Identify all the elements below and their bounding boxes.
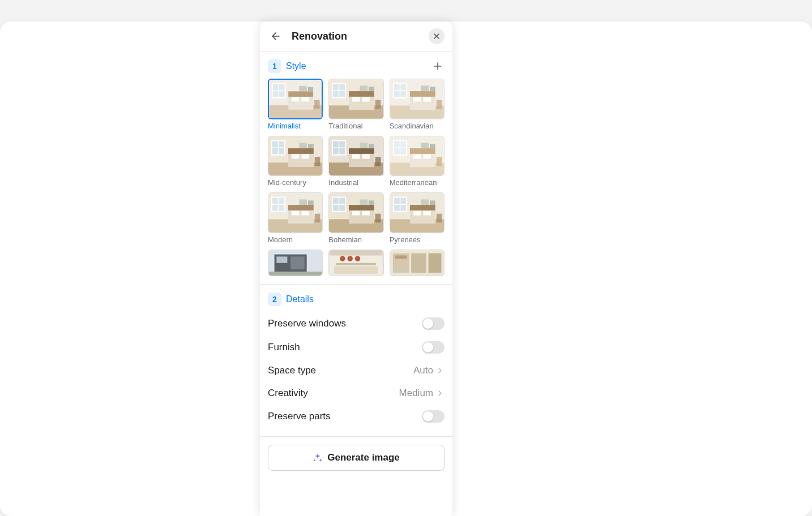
space-type-row[interactable]: Space type Auto [268, 359, 445, 382]
svg-rect-70 [421, 143, 429, 148]
svg-rect-110 [413, 211, 421, 216]
style-label: Modern [268, 235, 323, 244]
svg-rect-74 [413, 154, 421, 158]
preserve-windows-toggle[interactable] [422, 317, 445, 330]
svg-rect-127 [411, 253, 426, 272]
add-style-button[interactable] [431, 59, 445, 73]
svg-point-121 [348, 256, 353, 261]
close-icon [432, 32, 441, 41]
furnish-toggle[interactable] [422, 341, 445, 354]
panel-header: Renovation [260, 22, 452, 51]
style-card-modern[interactable]: Modern [268, 192, 323, 244]
style-thumbnail [328, 136, 383, 177]
creativity-value[interactable]: Medium [399, 388, 445, 399]
svg-rect-129 [395, 255, 407, 259]
creativity-label: Creativity [268, 388, 308, 399]
style-label: Mediterranean [390, 178, 445, 187]
svg-rect-71 [430, 144, 435, 148]
svg-rect-112 [436, 214, 442, 223]
generate-image-label: Generate image [327, 452, 400, 463]
svg-rect-95 [369, 200, 374, 205]
style-card-scandinavian[interactable]: Scandinavian [390, 79, 445, 130]
generate-image-button[interactable]: Generate image [268, 445, 445, 471]
style-label: Traditional [328, 122, 383, 130]
style-section: 1 Style Minimalist [260, 51, 452, 285]
svg-rect-97 [349, 205, 374, 210]
svg-rect-86 [292, 211, 300, 216]
style-label: Pyrenees [390, 235, 445, 244]
svg-rect-128 [428, 253, 441, 272]
svg-rect-87 [301, 211, 309, 216]
svg-rect-106 [421, 199, 429, 205]
svg-rect-26 [352, 97, 360, 102]
style-label: Industrial [328, 178, 383, 187]
style-card-partial[interactable] [268, 250, 323, 277]
svg-rect-98 [352, 211, 360, 216]
style-thumbnail [268, 192, 323, 233]
svg-point-120 [340, 256, 345, 261]
space-type-label: Space type [268, 365, 316, 376]
svg-rect-47 [308, 144, 314, 148]
svg-rect-115 [276, 256, 287, 263]
svg-point-122 [355, 256, 361, 261]
generate-section: Generate image [260, 437, 452, 479]
furnish-row: Furnish [268, 336, 445, 359]
style-label: Mid-century [268, 178, 323, 187]
style-card-mediterranean[interactable]: Mediterranean [390, 136, 445, 187]
svg-rect-49 [288, 148, 314, 154]
svg-rect-62 [352, 154, 360, 158]
style-label: Minimalist [268, 122, 323, 130]
style-card-minimalist[interactable]: Minimalist [268, 79, 323, 130]
svg-rect-52 [315, 157, 320, 166]
space-type-value[interactable]: Auto [413, 365, 445, 376]
style-card-mid-century[interactable]: Mid-century [268, 136, 323, 187]
svg-rect-14 [292, 97, 299, 102]
style-thumbnail [268, 250, 323, 277]
preserve-parts-toggle[interactable] [422, 410, 445, 423]
details-section: 2 Details Preserve windows Furnish Space… [260, 285, 452, 437]
plus-icon [432, 61, 443, 72]
close-button[interactable] [429, 28, 445, 44]
svg-rect-28 [375, 100, 381, 109]
style-thumbnail [328, 192, 383, 233]
svg-rect-34 [421, 85, 429, 91]
svg-rect-13 [288, 91, 313, 97]
chevron-right-icon [435, 366, 445, 375]
preserve-parts-label: Preserve parts [268, 411, 331, 422]
style-thumbnail [268, 79, 323, 119]
renovation-panel: Renovation 1 Style Minimalist [260, 22, 452, 516]
style-thumbnail [390, 192, 445, 233]
preserve-windows-label: Preserve windows [268, 318, 346, 329]
svg-rect-39 [423, 97, 431, 102]
style-card-partial[interactable] [390, 250, 445, 277]
svg-rect-15 [301, 97, 309, 102]
preserve-windows-row: Preserve windows [268, 312, 445, 336]
svg-rect-46 [299, 143, 307, 148]
style-card-traditional[interactable]: Traditional [328, 79, 383, 130]
svg-rect-35 [430, 87, 435, 91]
style-card-pyrenees[interactable]: Pyrenees [390, 192, 445, 244]
creativity-row[interactable]: Creativity Medium [268, 382, 445, 405]
svg-rect-58 [360, 143, 368, 148]
svg-rect-117 [269, 272, 322, 276]
svg-rect-123 [336, 263, 376, 265]
style-label: Scandinavian [390, 122, 445, 130]
back-button[interactable] [268, 28, 284, 44]
svg-rect-116 [290, 256, 305, 269]
svg-rect-38 [413, 97, 421, 102]
style-thumbnail [328, 79, 383, 119]
style-thumbnail [328, 250, 383, 277]
svg-rect-107 [430, 200, 435, 205]
svg-rect-75 [423, 154, 431, 158]
style-card-bohemian[interactable]: Bohemian [328, 192, 383, 244]
svg-rect-100 [375, 214, 381, 223]
preserve-parts-row: Preserve parts [268, 405, 445, 428]
style-thumbnail [390, 250, 445, 277]
style-card-partial[interactable] [328, 250, 383, 277]
svg-rect-22 [360, 85, 368, 91]
style-card-industrial[interactable]: Industrial [328, 136, 383, 187]
svg-rect-64 [375, 157, 381, 166]
svg-rect-37 [410, 91, 435, 97]
svg-rect-94 [360, 199, 368, 205]
style-label: Bohemian [328, 235, 383, 244]
